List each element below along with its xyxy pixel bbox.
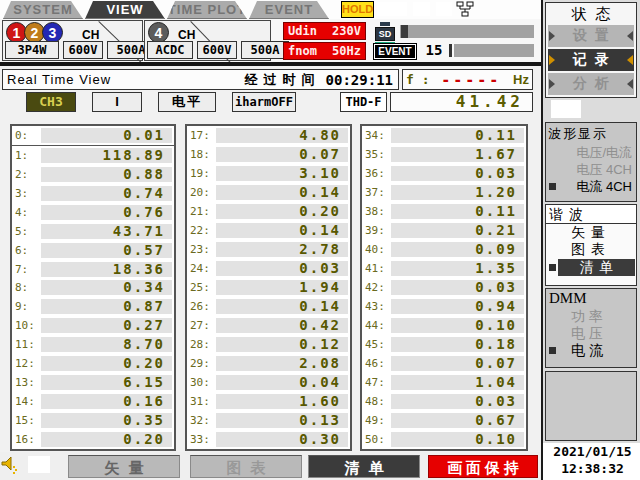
harmonic-value: 4.80	[216, 128, 348, 143]
softkey-vector[interactable]: 矢量	[68, 455, 180, 478]
indicator-box	[551, 100, 581, 118]
harmonic-row: 24: 0.03	[187, 259, 350, 278]
harmonic-order: 32:	[187, 414, 216, 427]
harmonic-order: 29:	[187, 357, 216, 370]
parameter-selector[interactable]: I	[92, 92, 142, 112]
harmonic-value: 0.03	[391, 280, 524, 295]
harmonic-order: 33:	[187, 433, 216, 446]
lan-icon	[455, 1, 475, 18]
harmonic-row: 15: 0.35	[12, 411, 174, 430]
harmonic-row: 19: 3.10	[187, 164, 350, 183]
harmonic-value: 0.01	[41, 128, 172, 143]
elapsed-time-value: 00:29:11	[321, 72, 398, 88]
range-row: 3P4W 600V 500A	[5, 41, 155, 59]
harmonic-order: 25:	[187, 281, 216, 294]
harmonic-row: 25: 1.94	[187, 278, 350, 297]
thd-value: 41.42	[390, 92, 533, 112]
harmonic-row: 21: 0.20	[187, 202, 350, 221]
fnom-label: fnom	[288, 44, 317, 58]
harmonic-value: 2.78	[216, 242, 348, 257]
harmonic-order: 45:	[362, 338, 391, 351]
harmonic-order: 43:	[362, 300, 391, 313]
event-indicator: EVENT	[373, 43, 417, 60]
display-mode-selector[interactable]: 电平	[158, 92, 216, 112]
harmonic-menu: 谐波 矢量 图表 清单	[545, 204, 637, 286]
harmonic-order: 35:	[362, 148, 391, 161]
arrow-left-icon	[627, 31, 633, 41]
channel-circles: 4	[148, 21, 166, 43]
harmonic-value: 0.04	[216, 375, 348, 390]
harmonic-value: 6.15	[41, 375, 172, 390]
harmonic-value: 0.03	[391, 394, 524, 409]
sidebar: 状态 设置 记录 分析 波形显示 电压/电流 电压 4CH	[541, 0, 640, 480]
waveform-display-menu: 波形显示 电压/电流 电压 4CH 电流 4CH	[545, 122, 637, 202]
hold-indicator: HOLD	[341, 1, 374, 18]
softkey-chart[interactable]: 图表	[190, 455, 302, 478]
harmonic-row: 33: 0.30	[187, 430, 350, 449]
harmonic-order: 0:	[12, 129, 41, 142]
menu-item-current[interactable]: 电流	[546, 342, 636, 359]
menu-item-voltage[interactable]: 电压	[546, 325, 636, 342]
harmonic-row: 30: 0.04	[187, 373, 350, 392]
frequency-box: f : ----- Hz	[402, 69, 533, 90]
menu-item-voltage-current[interactable]: 电压/电流	[546, 144, 636, 161]
harmonic-order: 39:	[362, 224, 391, 237]
harmonic-order: 40:	[362, 243, 391, 256]
harmonic-column-0-16: 0: 0.01 1: 118.89 2: 0.88 3: 0.74 4: 0.7…	[10, 124, 176, 451]
harmonic-row: 42: 0.03	[362, 278, 526, 297]
harmonic-row: 20: 0.14	[187, 183, 350, 202]
channel-circles: 1 2 3	[6, 21, 60, 43]
event-progress-bar	[454, 44, 534, 57]
harmonic-row: 7: 18.36	[12, 260, 174, 279]
harmonic-order: 1:	[12, 149, 41, 162]
elapsed-time-label: 经过时间	[245, 71, 321, 89]
harmonic-row: 37: 1.20	[362, 183, 526, 202]
harmonic-value: 0.87	[41, 299, 172, 314]
tab[interactable]: TIME PLOT	[167, 1, 247, 19]
ch-label: CH	[178, 28, 195, 42]
sidebar-item-settings[interactable]: 设置	[548, 25, 634, 47]
tab[interactable]: SYSTEM	[3, 1, 83, 19]
item-marker-icon	[549, 183, 556, 190]
menu-item-vector[interactable]: 矢量	[546, 224, 636, 241]
softkey-list[interactable]: 清单	[308, 455, 420, 478]
harmonic-value: 0.11	[391, 204, 524, 219]
harmonic-menu-header: 谐波	[546, 205, 636, 224]
harmonic-row: 39: 0.21	[362, 221, 526, 240]
current-range-badge: 500A	[241, 41, 289, 59]
tab[interactable]: EVENT	[249, 1, 329, 19]
tab[interactable]: VIEW	[85, 1, 165, 19]
menu-item-power[interactable]: 功率	[546, 308, 636, 325]
menu-item-graph[interactable]: 图表	[546, 241, 636, 258]
harmonic-order: 30:	[187, 376, 216, 389]
harmonic-row: 45: 0.18	[362, 335, 526, 354]
harmonic-order: 36:	[362, 167, 391, 180]
harmonic-value: 0.18	[391, 337, 524, 352]
frequency-unit: Hz	[513, 72, 532, 87]
sd-card-icon: SD	[375, 22, 395, 44]
harmonic-value: 0.07	[391, 356, 524, 371]
fnom-nominal-badge: fnom 50Hz	[283, 42, 366, 60]
item-marker-icon	[549, 347, 556, 354]
udin-value: 230V	[332, 24, 361, 38]
iharm-selector[interactable]: iharmOFF	[232, 92, 296, 112]
sidebar-item-analysis[interactable]: 分析	[548, 73, 634, 95]
harmonic-row: 5: 43.71	[12, 222, 174, 241]
wiring-badge: 3P4W	[5, 41, 59, 59]
sidebar-item-record[interactable]: 记录	[548, 49, 634, 71]
harmonic-row: 48: 0.03	[362, 392, 526, 411]
softkey-screen-hold[interactable]: 画面保持	[428, 455, 538, 478]
channel-selector[interactable]: CH3	[26, 92, 76, 112]
menu-item-current-4ch[interactable]: 电流 4CH	[546, 178, 636, 195]
harmonic-value: 0.20	[41, 432, 172, 447]
voltage-range-badge: 600V	[63, 41, 103, 59]
menu-item-list[interactable]: 清单	[546, 259, 636, 277]
menu-item-label: 电流	[571, 342, 607, 358]
harmonic-row: 47: 1.04	[362, 373, 526, 392]
harmonic-value: 0.34	[41, 280, 172, 295]
panel-divider	[0, 62, 541, 66]
harmonic-row: 50: 0.10	[362, 430, 526, 449]
harmonic-row: 3: 0.74	[12, 184, 174, 203]
menu-item-voltage-4ch[interactable]: 电压 4CH	[546, 161, 636, 178]
harmonic-value: 1.67	[391, 147, 524, 162]
